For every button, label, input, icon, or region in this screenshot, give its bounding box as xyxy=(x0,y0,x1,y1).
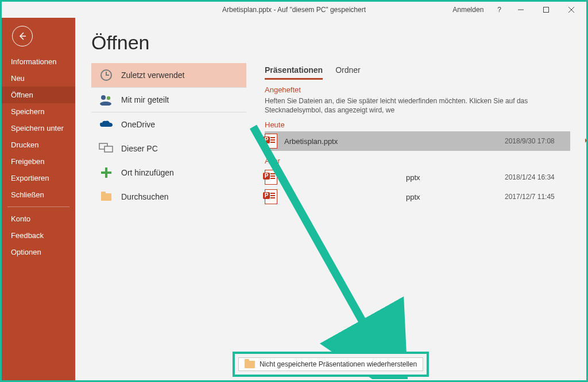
app-frame: Arbetisplan.pptx - Auf "diesem PC" gespe… xyxy=(0,0,588,382)
file-date: 2017/12/7 11:45 xyxy=(505,193,574,201)
plus-icon xyxy=(98,166,114,179)
sidebar-item-export[interactable]: Exportieren xyxy=(2,170,75,186)
recover-unsaved-button[interactable]: Nicht gespeicherte Präsentationen wieder… xyxy=(238,357,423,371)
sidebar-item-feedback[interactable]: Feedback xyxy=(2,227,75,244)
location-addplace[interactable]: Ort hinzufügen xyxy=(91,161,246,185)
recover-highlight: Nicht gespeicherte Präsentationen wieder… xyxy=(233,352,429,377)
location-thispc[interactable]: Dieser PC xyxy=(91,137,246,161)
svg-point-7 xyxy=(107,96,110,100)
file-date: 2018/9/30 17:08 xyxy=(505,137,574,145)
location-label: Durchsuchen xyxy=(121,192,169,201)
recover-label: Nicht gespeicherte Präsentationen wieder… xyxy=(260,360,417,368)
arrow-left-icon xyxy=(18,32,27,41)
file-tabs: Präsentationen Ordner xyxy=(265,63,570,80)
file-name: Arbetisplan.pptx xyxy=(284,137,399,146)
file-row[interactable]: pptx 2017/12/7 11:45 xyxy=(265,187,570,206)
location-onedrive[interactable]: OneDrive xyxy=(91,112,246,137)
main-panel: Öffnen Zuletzt verwendet Mit mir geteilt xyxy=(75,18,586,380)
location-shared[interactable]: Mit mir geteilt xyxy=(91,88,246,112)
titlebar: Arbetisplan.pptx - Auf "diesem PC" gespe… xyxy=(2,2,586,18)
minimize-button[interactable] xyxy=(508,2,533,18)
sidebar-item-share[interactable]: Freigeben xyxy=(2,153,75,170)
sidebar-item-save[interactable]: Speichern xyxy=(2,103,75,120)
files-panel: Präsentationen Ordner Angeheftet Heften … xyxy=(265,63,570,373)
signin-link[interactable]: Anmelden xyxy=(446,6,490,14)
file-ext: pptx xyxy=(406,173,498,182)
columns: Zuletzt verwendet Mit mir geteilt OneDri… xyxy=(91,63,570,373)
sidebar-item-account[interactable]: Konto xyxy=(2,211,75,227)
folder-icon xyxy=(98,190,114,203)
file-ext: pptx xyxy=(406,193,498,201)
group-pinned-title: Angeheftet xyxy=(265,85,570,94)
svg-rect-1 xyxy=(544,7,549,13)
pptx-icon xyxy=(265,170,277,185)
location-label: Dieser PC xyxy=(121,144,158,153)
pin-icon[interactable] xyxy=(581,137,587,146)
pptx-icon xyxy=(265,134,277,149)
titlebar-right: Anmelden ? xyxy=(446,2,586,18)
sidebar-item-saveas[interactable]: Speichern unter xyxy=(2,120,75,137)
sidebar-item-new[interactable]: Neu xyxy=(2,70,75,87)
svg-point-8 xyxy=(100,102,111,106)
back-button[interactable] xyxy=(12,26,33,46)
people-icon xyxy=(98,93,114,106)
sidebar-item-print[interactable]: Drucken xyxy=(2,137,75,153)
tab-folders[interactable]: Ordner xyxy=(335,63,361,80)
close-button[interactable] xyxy=(559,2,584,18)
pc-icon xyxy=(98,142,114,155)
maximize-button[interactable] xyxy=(533,2,559,18)
clock-icon xyxy=(98,69,114,81)
location-label: Zuletzt verwendet xyxy=(121,71,185,80)
svg-rect-12 xyxy=(101,171,111,174)
file-row[interactable]: Arbetisplan.pptx 2018/9/30 17:08 xyxy=(265,131,570,151)
file-date: 2018/1/24 16:34 xyxy=(505,173,574,181)
backstage-body: Informationen Neu Öffnen Speichern Speic… xyxy=(2,18,586,380)
svg-point-6 xyxy=(101,95,106,100)
location-recent[interactable]: Zuletzt verwendet xyxy=(91,63,246,87)
window-title: Arbetisplan.pptx - Auf "diesem PC" gespe… xyxy=(222,6,366,14)
pinned-help-text: Heften Sie Dateien an, die Sie später le… xyxy=(265,96,570,115)
sidebar-nav: Informationen Neu Öffnen Speichern Speic… xyxy=(2,53,75,260)
page-title: Öffnen xyxy=(91,32,570,54)
sidebar-item-info[interactable]: Informationen xyxy=(2,53,75,70)
location-label: OneDrive xyxy=(121,120,155,129)
folder-icon xyxy=(245,361,255,368)
tab-presentations[interactable]: Präsentationen xyxy=(265,63,323,80)
location-label: Mit mir geteilt xyxy=(121,95,169,104)
location-browse[interactable]: Durchsuchen xyxy=(91,185,246,209)
svg-rect-10 xyxy=(105,146,113,152)
sidebar-item-options[interactable]: Optionen xyxy=(2,244,75,260)
location-label: Ort hinzufügen xyxy=(121,168,174,177)
group-today-title: Heute xyxy=(265,120,570,129)
sidebar-item-close[interactable]: Schließen xyxy=(2,186,75,203)
group-older-title: Älter xyxy=(265,157,570,165)
sidebar-separator xyxy=(7,206,69,207)
cloud-icon xyxy=(98,118,114,131)
help-link[interactable]: ? xyxy=(490,6,508,14)
locations-list: Zuletzt verwendet Mit mir geteilt OneDri… xyxy=(91,63,246,373)
pptx-icon xyxy=(265,189,277,204)
file-row[interactable]: pptx 2018/1/24 16:34 xyxy=(265,167,570,187)
sidebar: Informationen Neu Öffnen Speichern Speic… xyxy=(2,18,75,380)
sidebar-item-open[interactable]: Öffnen xyxy=(2,87,75,103)
